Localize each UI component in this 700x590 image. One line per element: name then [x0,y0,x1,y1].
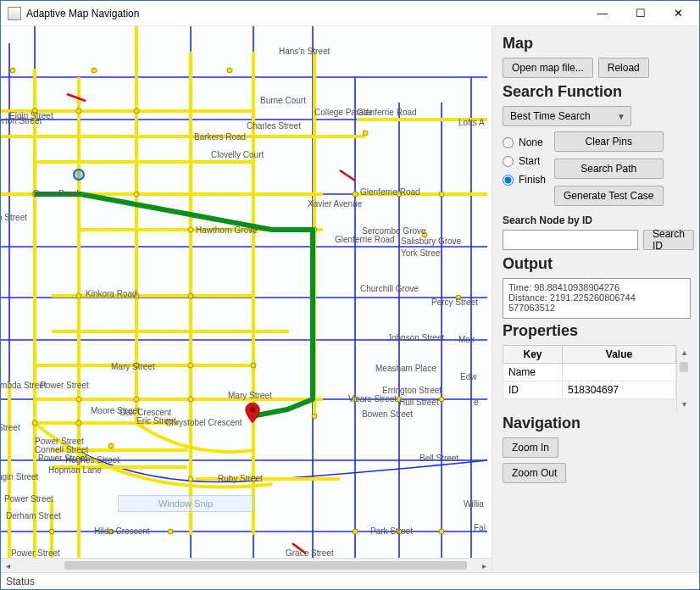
svg-point-59 [134,397,139,402]
svg-point-54 [188,293,193,298]
svg-point-53 [134,293,139,298]
svg-point-68 [397,192,402,197]
svg-point-62 [76,420,81,426]
properties-heading: Properties [503,322,691,340]
svg-point-64 [188,476,193,481]
status-text: Status [6,576,35,587]
output-heading: Output [503,255,691,273]
svg-point-79 [10,68,15,73]
radio-finish[interactable]: Finish [503,174,546,186]
properties-scroll-thumb[interactable] [680,362,688,372]
search-id-button[interactable]: Search ID [643,230,694,250]
chevron-down-icon: ▼ [617,112,625,121]
svg-point-82 [363,131,368,136]
prop-key: Name [503,364,563,381]
svg-line-87 [292,543,306,554]
svg-point-56 [188,363,193,368]
svg-point-52 [76,293,81,298]
maximize-button[interactable]: ☐ [621,2,659,25]
svg-line-85 [67,94,86,101]
search-mode-select[interactable]: Best Time Search ▼ [503,106,631,126]
status-bar: Status [1,572,699,589]
svg-point-45 [134,109,139,114]
scroll-down-icon[interactable]: ▾ [677,397,691,411]
radio-start[interactable]: Start [503,155,546,167]
radio-none[interactable]: None [503,136,546,148]
window-title: Adaptive Map Navigation [26,8,139,19]
table-row[interactable]: ID518304697 [503,381,676,399]
map-canvas[interactable]: Window Snip Elgin StreetGrove RoadLambda… [1,26,492,572]
table-row[interactable]: Name [503,364,676,381]
pin-mode-radiogroup: None Start Finish [503,136,546,186]
svg-point-65 [251,476,256,481]
generate-test-case-button[interactable]: Generate Test Case [554,186,664,206]
properties-col-key[interactable]: Key [503,346,563,364]
svg-point-71 [397,397,402,402]
finish-pin-icon[interactable] [245,403,260,418]
svg-point-76 [49,529,54,534]
svg-point-75 [439,529,444,534]
svg-point-84 [456,295,461,300]
prop-key: ID [503,381,563,399]
titlebar[interactable]: Adaptive Map Navigation — ☐ ✕ [1,1,699,26]
properties-table: Key Value NameID518304697 [503,345,676,399]
scroll-left-icon[interactable]: ◂ [1,559,15,573]
scroll-track[interactable] [15,559,477,573]
map-horizontal-scrollbar[interactable]: ◂ ▸ [1,558,492,572]
svg-point-80 [92,68,97,73]
start-pin-icon[interactable] [73,169,85,181]
svg-point-81 [227,68,232,73]
minimize-button[interactable]: — [583,2,621,25]
app-window: Adaptive Map Navigation — ☐ ✕ [0,0,700,590]
svg-point-72 [439,397,444,402]
svg-point-60 [188,397,193,402]
svg-point-48 [134,192,139,197]
svg-point-61 [32,420,37,426]
svg-point-69 [439,192,444,197]
svg-point-43 [32,109,37,114]
properties-col-value[interactable]: Value [563,346,676,364]
svg-point-58 [76,397,81,402]
zoom-in-button[interactable]: Zoom In [503,437,558,458]
prop-value: 518304697 [563,381,676,399]
close-button[interactable]: ✕ [659,2,697,25]
output-textarea[interactable]: Time: 98.88410938904276 Distance: 2191.2… [503,278,691,319]
zoom-out-button[interactable]: Zoom Out [503,463,566,483]
open-map-button[interactable]: Open map file... [503,58,593,78]
search-node-input[interactable] [503,230,638,250]
clear-pins-button[interactable]: Clear Pins [554,131,664,152]
properties-scrollbar[interactable]: ▴ ▾ [676,345,691,411]
svg-point-63 [108,443,114,448]
svg-point-70 [353,397,358,402]
search-path-button[interactable]: Search Path [554,159,664,179]
svg-point-55 [134,363,139,368]
reload-button[interactable]: Reload [598,58,649,78]
svg-point-74 [397,529,402,534]
svg-point-88 [250,407,255,412]
svg-point-66 [312,414,317,419]
map-heading: Map [503,35,691,53]
content-area: Window Snip Elgin StreetGrove RoadLambda… [1,26,699,572]
svg-point-73 [353,529,358,534]
search-function-heading: Search Function [503,83,691,101]
svg-point-78 [168,529,173,534]
svg-point-67 [353,192,358,197]
scroll-thumb[interactable] [64,561,467,570]
navigation-heading: Navigation [503,415,691,432]
window-snip-overlay: Window Snip [118,495,253,512]
side-panel: Map Open map file... Reload Search Funct… [492,26,699,572]
scroll-up-icon[interactable]: ▴ [677,345,691,359]
svg-point-44 [76,109,81,114]
svg-point-77 [108,529,114,534]
svg-point-57 [251,363,256,368]
svg-point-49 [188,227,193,232]
map-svg [1,26,487,562]
scroll-right-icon[interactable]: ▸ [477,559,492,573]
search-mode-value: Best Time Search [510,110,591,122]
svg-line-86 [340,170,355,181]
prop-value [563,364,676,381]
svg-point-83 [422,232,427,237]
app-icon [8,7,21,20]
search-node-label: Search Node by ID [503,214,691,226]
